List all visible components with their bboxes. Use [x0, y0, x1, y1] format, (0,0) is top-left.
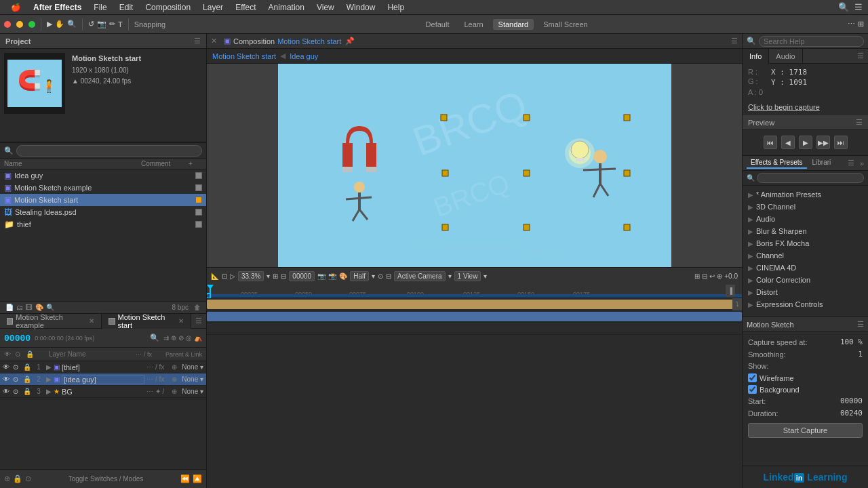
effects-item-animation-presets[interactable]: ▶ * Animation Presets	[743, 188, 868, 201]
search-help-input[interactable]	[759, 36, 864, 47]
preview-play-btn[interactable]: ▶	[799, 136, 812, 149]
toolbar-close-btn[interactable]	[4, 21, 11, 28]
capture-click-text[interactable]: Click to begin capture	[748, 103, 863, 111]
project-icon-2[interactable]: 🗂	[16, 304, 23, 311]
text-tool-icon[interactable]: T	[118, 20, 123, 28]
timeline-tab-menu-icon[interactable]: ☰	[191, 317, 206, 325]
project-icon-3[interactable]: 🎞	[26, 304, 33, 311]
menu-help[interactable]: Help	[382, 1, 410, 14]
vp-color-icon[interactable]: 🎨	[339, 272, 347, 280]
tl-icon-3[interactable]: ⊘	[178, 334, 184, 342]
tab-audio[interactable]: Audio	[769, 49, 802, 64]
file-item-motion-start[interactable]: ▣ Motion Sketch start	[0, 194, 206, 206]
apple-menu[interactable]: 🍎	[5, 1, 26, 14]
tl-icon-5[interactable]: ⛺	[194, 334, 202, 342]
effects-search-input[interactable]	[757, 173, 864, 183]
project-icon-search[interactable]: 🔍	[46, 304, 54, 311]
motion-wireframe-checkbox[interactable]	[748, 373, 757, 382]
motion-background-checkbox[interactable]	[748, 385, 757, 394]
effects-menu-icon[interactable]: ☰	[848, 159, 854, 167]
vp-preview-icon[interactable]: ▷	[230, 272, 235, 280]
select-tool-icon[interactable]: ▶	[47, 20, 52, 28]
layer-transfer-2[interactable]: ⊕	[172, 375, 177, 383]
toggle-switches-label[interactable]: Toggle Switches / Modes	[68, 475, 144, 483]
vp-camera-menu-icon[interactable]: ▾	[448, 272, 452, 280]
zoom-tool-icon[interactable]: 🔍	[67, 20, 77, 28]
layer-lock-1[interactable]: 🔒	[23, 363, 31, 371]
effects-expand-icon[interactable]: »	[860, 159, 864, 167]
vp-zoom-menu-icon[interactable]: ▾	[267, 272, 270, 280]
comp-pin-icon[interactable]: 📌	[341, 37, 359, 45]
project-icon-4[interactable]: 🎨	[35, 304, 43, 311]
motion-sketch-menu-icon[interactable]: ☰	[857, 320, 864, 329]
preview-first-btn[interactable]: ⏮	[764, 136, 777, 149]
layer-parent-1[interactable]: None ▾	[182, 363, 203, 371]
file-item-stealing[interactable]: 🖼 Stealing Ideas.psd	[0, 206, 206, 218]
vp-right-icon-2[interactable]: ⊟	[702, 272, 707, 280]
workspace-default[interactable]: Default	[420, 19, 455, 30]
timeline-search-icon[interactable]: 🔍	[150, 333, 159, 342]
breadcrumb-motion-start[interactable]: Motion Sketch start	[212, 52, 276, 60]
vp-view-menu-icon[interactable]: ▾	[484, 272, 487, 280]
start-capture-button[interactable]: Start Capture	[748, 423, 863, 438]
tab-motion-start[interactable]: Motion Sketch start ✕	[102, 314, 191, 329]
vp-zoom-display[interactable]: 33.3%	[238, 271, 264, 281]
vp-right-icon-1[interactable]: ⊞	[694, 272, 700, 280]
effects-item-3d-channel[interactable]: ▶ 3D Channel	[743, 201, 868, 213]
vp-pixelratio-icon[interactable]: ⊟	[386, 272, 391, 280]
vp-right-icon-5[interactable]: +0.0	[724, 272, 738, 280]
layer-solo-3[interactable]: ⊙	[13, 388, 21, 395]
layer-lock-3[interactable]: 🔒	[23, 388, 31, 395]
workspace-learn[interactable]: Learn	[458, 19, 488, 30]
tab-effects-presets[interactable]: Effects & Presets	[747, 157, 807, 169]
effects-item-color-correction[interactable]: ▶ Color Correction	[743, 274, 868, 286]
vp-right-icon-3[interactable]: ↩	[709, 272, 715, 280]
layer-transfer-3[interactable]: ⊕	[172, 388, 177, 395]
col-add-icon[interactable]: +	[189, 160, 202, 167]
bpc-indicator[interactable]: 8 bpc	[172, 304, 189, 311]
effects-item-distort[interactable]: ▶ Distort	[743, 286, 868, 298]
layer-eye-3[interactable]: 👁	[3, 388, 11, 395]
tab-close-1[interactable]: ✕	[89, 317, 94, 325]
workspace-small-screen[interactable]: Small Screen	[538, 19, 593, 30]
workspace-standard[interactable]: Standard	[493, 19, 534, 30]
preview-next-btn[interactable]: ▶▶	[816, 136, 830, 149]
vp-camera-icon[interactable]: 📷	[317, 272, 326, 280]
vp-snap-icon[interactable]: 📐	[211, 272, 219, 280]
viewport[interactable]: BRCQ BRCQ	[207, 64, 742, 267]
toolbar-min-btn[interactable]	[16, 21, 23, 28]
layer-parent-3[interactable]: None ▾	[182, 388, 203, 395]
vp-pixel-icon[interactable]: ⊟	[281, 272, 286, 280]
project-search-input[interactable]	[16, 145, 202, 157]
camera-tool-icon[interactable]: 📷	[97, 20, 106, 28]
project-panel-menu-icon[interactable]: ☰	[194, 37, 201, 45]
layer-solo-1[interactable]: ⊙	[13, 363, 21, 371]
tl-bottom-icon-1[interactable]: ⊕	[4, 474, 10, 483]
comp-close-btn[interactable]: ✕	[207, 37, 221, 45]
layer-expand-2[interactable]: ▶	[46, 375, 52, 383]
preview-last-btn[interactable]: ⏭	[834, 136, 848, 149]
expand-icon[interactable]: ⋯	[848, 20, 855, 28]
vp-right-icon-4[interactable]: ⊕	[717, 272, 722, 280]
tl-bottom-icon-2[interactable]: 🔒	[13, 474, 22, 483]
menu-layer[interactable]: Layer	[197, 1, 229, 14]
pen-tool-icon[interactable]: ✏	[109, 20, 115, 28]
tl-bottom-icon-3[interactable]: ⊙	[25, 474, 31, 483]
comp-tab-menu-icon[interactable]: ☰	[727, 37, 742, 45]
menu-file[interactable]: File	[88, 1, 112, 14]
info-menu-icon[interactable]: ☰	[853, 52, 868, 60]
vp-quality-menu-icon[interactable]: ▾	[372, 272, 375, 280]
menu-effect[interactable]: Effect	[230, 1, 261, 14]
file-item-thief[interactable]: 📁 thief	[0, 218, 206, 230]
vp-snapshot-icon[interactable]: 📸	[328, 272, 336, 280]
vp-transparency-icon[interactable]: ⊙	[378, 272, 383, 280]
file-item-motion-example[interactable]: ▣ Motion Sketch example	[0, 182, 206, 194]
menu-composition[interactable]: Composition	[140, 1, 196, 14]
vp-quality[interactable]: Half	[350, 271, 369, 281]
layer-lock-2[interactable]: 🔒	[23, 375, 31, 383]
preview-prev-btn[interactable]: ◀	[781, 136, 795, 149]
effects-item-audio[interactable]: ▶ Audio	[743, 213, 868, 225]
breadcrumb-idea-guy[interactable]: Idea guy	[290, 52, 318, 60]
effects-item-expression[interactable]: ▶ Expression Controls	[743, 298, 868, 310]
vp-timecode[interactable]: 00000	[289, 271, 315, 281]
